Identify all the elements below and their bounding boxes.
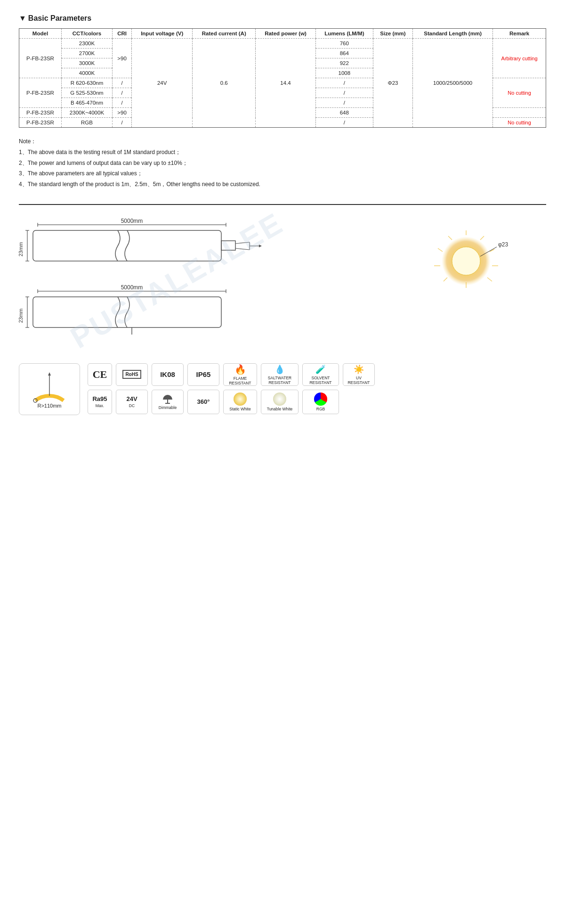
remark-cell: Arbitrary cutting xyxy=(493,39,546,78)
svg-rect-9 xyxy=(221,241,235,250)
voltage-label: 24V xyxy=(126,395,137,402)
cri-cell: >90 xyxy=(113,39,132,78)
diagram-bottom: 5000mm 23mm xyxy=(19,283,546,336)
lumens-cell: / xyxy=(315,88,373,98)
svg-line-23 xyxy=(438,248,443,252)
ik-icon-box: IK08 xyxy=(152,363,184,386)
model-cell: P-FB-23SR xyxy=(19,78,62,108)
col-cct: CCT/colors xyxy=(61,29,112,39)
note-2: 2、The power and lumens of output data ca… xyxy=(19,158,546,169)
cct-cell: RGB xyxy=(61,118,112,128)
remark-cell: No cutting xyxy=(493,118,546,128)
ra-label: Ra95 xyxy=(92,395,107,402)
size-cell: Φ23 xyxy=(373,39,412,128)
svg-line-11 xyxy=(235,248,250,250)
rohs-label: RoHS xyxy=(122,370,141,379)
solvent-icon: 🧪 xyxy=(315,364,326,375)
rgb-label: RGB xyxy=(316,407,325,411)
svg-marker-42 xyxy=(48,372,51,376)
col-remark: Remark xyxy=(493,29,546,39)
static-white-icon-box: Static White xyxy=(223,390,257,414)
icons-row-1: CE RoHS IK08 IP65 🔥 FLAMERESISTANT 💧 xyxy=(88,363,375,386)
cct-cell: 4000K xyxy=(61,68,112,78)
saltwater-label: SALTWATERRESISTANT xyxy=(268,376,291,385)
lumens-cell: 760 xyxy=(315,39,373,49)
flame-icon-box: 🔥 FLAMERESISTANT xyxy=(223,363,257,386)
diagrams-section: PUSTALEALEE 5000mm 23mm xyxy=(19,216,546,344)
cct-cell: G 525-530nm xyxy=(61,88,112,98)
svg-marker-14 xyxy=(259,245,262,247)
uv-icon: ☀️ xyxy=(354,364,364,375)
angle-icon-box: 360° xyxy=(187,390,219,414)
notes-title: Note： xyxy=(19,136,546,147)
col-size: Size (mm) xyxy=(373,29,412,39)
svg-text:5000mm: 5000mm xyxy=(121,284,143,291)
col-voltage: Input voltage (V) xyxy=(132,29,193,39)
remark-cell: No cutting xyxy=(493,78,546,108)
model-cell: P-FB-23SR xyxy=(19,108,62,118)
saltwater-icon: 💧 xyxy=(274,364,285,375)
static-white-label: Static White xyxy=(229,407,250,411)
lumens-cell: 922 xyxy=(315,58,373,68)
col-power: Rated power (w) xyxy=(256,29,316,39)
svg-text:φ23mm: φ23mm xyxy=(498,241,508,248)
lumens-cell: / xyxy=(315,78,373,88)
remark-cell xyxy=(493,108,546,118)
angle-label: 360° xyxy=(197,398,210,405)
icons-section: R>110mm CE RoHS IK08 IP65 🔥 FLAME xyxy=(19,363,546,415)
note-4: 4、The standard length of the product is … xyxy=(19,179,546,190)
note-1: 1、The above data is the testing result o… xyxy=(19,147,546,158)
length-cell: 1000/2500/5000 xyxy=(413,39,493,128)
cct-cell: 2700K xyxy=(61,49,112,58)
svg-line-10 xyxy=(235,242,250,244)
icons-row-2: Ra95 Max. 24V DC Dimmable 360° xyxy=(88,390,375,414)
ip-icon-box: IP65 xyxy=(187,363,219,386)
model-cell: P-FB-23SR xyxy=(19,118,62,128)
cri-cell: >90 xyxy=(113,108,132,118)
current-cell: 0.6 xyxy=(193,39,256,128)
col-cri: CRI xyxy=(113,29,132,39)
tunable-white-circle xyxy=(273,392,286,406)
svg-line-16 xyxy=(480,236,484,240)
diagram-top: 5000mm 23mm xyxy=(19,216,546,270)
cct-cell: R 620-630nm xyxy=(61,78,112,88)
ra-sub: Max. xyxy=(96,403,104,408)
tunable-white-label: Tunable White xyxy=(267,407,293,411)
lumens-cell: 1008 xyxy=(315,68,373,78)
ce-icon-box: CE xyxy=(88,363,112,386)
section-divider xyxy=(19,204,546,205)
flame-label: FLAMERESISTANT xyxy=(229,376,251,385)
ce-label: CE xyxy=(93,368,107,381)
static-white-circle xyxy=(234,392,247,406)
col-model: Model xyxy=(19,29,62,39)
col-length: Standard Length (mm) xyxy=(413,29,493,39)
lumens-cell: 864 xyxy=(315,49,373,58)
flame-icon: 🔥 xyxy=(234,364,246,375)
uv-label: UVRESISTANT xyxy=(347,376,370,385)
svg-line-21 xyxy=(444,278,447,281)
cri-cell: / xyxy=(113,118,132,128)
svg-text:23mm: 23mm xyxy=(19,309,24,323)
triangle-icon: ▼ xyxy=(19,14,26,22)
svg-text:23mm: 23mm xyxy=(19,242,24,257)
voltage-cell: 24V xyxy=(132,39,193,128)
lumens-cell: / xyxy=(315,118,373,128)
ik-label: IK08 xyxy=(160,370,175,378)
uv-icon-box: ☀️ UVRESISTANT xyxy=(343,363,375,386)
rohs-icon-box: RoHS xyxy=(116,363,148,386)
saltwater-icon-box: 💧 SALTWATERRESISTANT xyxy=(261,363,299,386)
dimmable-label: Dimmable xyxy=(159,405,177,410)
model-cell: P-FB-23SR xyxy=(19,39,62,78)
solvent-icon-box: 🧪 SOLVENTRESISTANT xyxy=(302,363,339,386)
lumens-cell: 648 xyxy=(315,108,373,118)
params-table: Model CCT/colors CRI Input voltage (V) R… xyxy=(19,28,546,128)
cct-cell: 2300K~4000K xyxy=(61,108,112,118)
voltage-sub: DC xyxy=(129,403,135,408)
notes-section: Note： 1、The above data is the testing re… xyxy=(19,136,546,190)
cct-cell: 2300K xyxy=(61,39,112,49)
cct-cell: B 465-470nm xyxy=(61,98,112,108)
dimmable-icon-box: Dimmable xyxy=(152,390,184,414)
cct-cell: 3000K xyxy=(61,58,112,68)
rgb-icon-box: RGB xyxy=(302,390,339,414)
bend-radius-box: R>110mm xyxy=(19,363,80,415)
